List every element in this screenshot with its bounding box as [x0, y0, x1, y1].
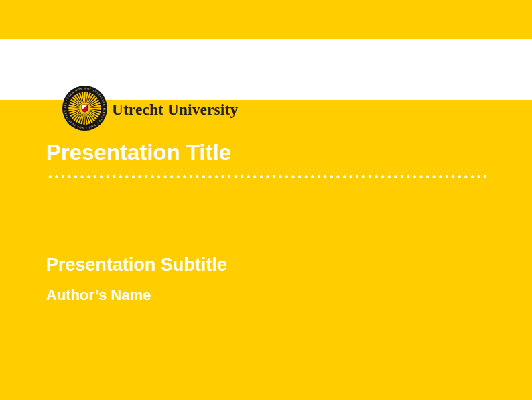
- utrecht-university-logo-icon: SOL IVSTITIAE ILLVSTRA NOS • SOL IVSTITI…: [62, 86, 107, 131]
- slide-title: Presentation Title: [46, 141, 231, 163]
- university-wordmark: Utrecht University: [112, 102, 238, 117]
- title-slide: SOL IVSTITIAE ILLVSTRA NOS • SOL IVSTITI…: [0, 0, 532, 400]
- header-band: SOL IVSTITIAE ILLVSTRA NOS • SOL IVSTITI…: [0, 39, 532, 100]
- title-dotted-divider: [47, 175, 488, 178]
- slide-subtitle: Presentation Subtitle: [46, 256, 227, 274]
- author-name: Author’s Name: [46, 288, 151, 303]
